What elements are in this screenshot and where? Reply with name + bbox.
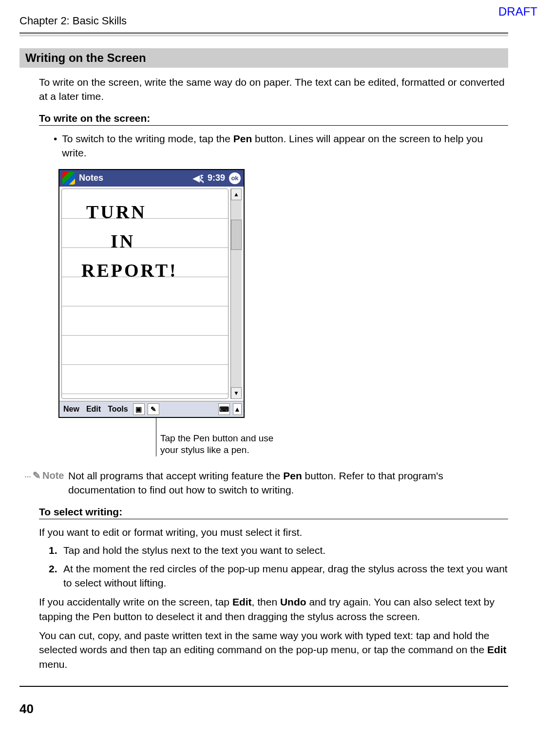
menu-new[interactable]: New <box>61 405 81 414</box>
select-para-2: If you accidentally write on the screen,… <box>39 595 508 624</box>
note-text-bold: Pen <box>283 470 302 481</box>
bullet-text-bold: Pen <box>233 133 252 144</box>
handwriting-line-1: TURN <box>86 201 147 223</box>
app-title: Notes <box>79 173 103 183</box>
section-intro: To write on the screen, write the same w… <box>39 75 508 104</box>
handwriting-line-3: REPORT! <box>81 260 178 281</box>
speaker-icon[interactable]: ◀ξ <box>193 173 204 184</box>
step-1: 1. Tap and hold the stylus next to the t… <box>49 543 508 557</box>
note-label: Note <box>42 469 64 482</box>
bullet-text-pre: To switch to the writing mode, tap the <box>62 133 233 144</box>
chapter-title: Chapter 2: Basic Skills <box>19 10 508 27</box>
handwriting-line-2: IN <box>111 230 135 252</box>
note-block: …✎ Note Not all programs that accept wri… <box>24 469 508 497</box>
note-text-pre: Not all programs that accept writing fea… <box>68 470 283 481</box>
page-number: 40 <box>19 701 508 717</box>
callout-line-2: your stylus like a pen. <box>160 445 249 455</box>
write-bullet: • To switch to the writing mode, tap the… <box>54 132 508 160</box>
select-heading: To select writing: <box>39 506 508 518</box>
header-rule <box>19 32 508 36</box>
menu-tools[interactable]: Tools <box>106 405 130 414</box>
callout: Tap the Pen button and use your stylus l… <box>58 423 508 464</box>
select-para-3: You can cut, copy, and paste written tex… <box>39 628 508 671</box>
sip-up-icon[interactable]: ▲ <box>233 403 242 415</box>
menu-edit[interactable]: Edit <box>84 405 103 414</box>
clock: 9:39 <box>208 173 225 183</box>
step-2-num: 2. <box>49 562 63 590</box>
step-2-text: At the moment the red circles of the pop… <box>63 562 508 590</box>
step-1-text: Tap and hold the stylus next to the text… <box>63 543 325 557</box>
callout-line-1: Tap the Pen button and use <box>160 433 273 443</box>
sub-rule-1 <box>39 125 508 126</box>
step-2: 2. At the moment the red circles of the … <box>49 562 508 590</box>
step-1-num: 1. <box>49 543 63 557</box>
record-icon[interactable]: ▣ <box>133 403 145 415</box>
device-screenshot: Notes ◀ξ 9:39 ok TURN IN REPORT! <box>58 169 244 418</box>
scroll-up-button[interactable]: ▲ <box>231 189 242 200</box>
device-titlebar: Notes ◀ξ 9:39 ok <box>59 170 244 187</box>
device-bottombar: New Edit Tools ▣ ✎ ⌨ ▲ <box>59 401 244 417</box>
scroll-thumb[interactable] <box>231 220 242 250</box>
start-icon[interactable] <box>62 172 75 185</box>
pen-icon[interactable]: ✎ <box>148 403 159 415</box>
ok-button[interactable]: ok <box>229 172 241 184</box>
scrollbar[interactable]: ▲ ▼ <box>230 189 242 399</box>
footer-rule <box>19 686 508 687</box>
keyboard-icon[interactable]: ⌨ <box>218 403 230 415</box>
writing-canvas[interactable]: TURN IN REPORT! <box>61 189 228 399</box>
bullet-icon: • <box>54 132 57 160</box>
write-heading: To write on the screen: <box>39 113 508 124</box>
draft-watermark: DRAFT <box>498 5 537 19</box>
note-icon: …✎ Note <box>24 469 68 497</box>
section-heading: Writing on the Screen <box>19 48 508 68</box>
scroll-down-button[interactable]: ▼ <box>231 387 242 399</box>
sub-rule-2 <box>39 519 508 519</box>
select-intro: If you want to edit or format writing, y… <box>39 525 508 539</box>
